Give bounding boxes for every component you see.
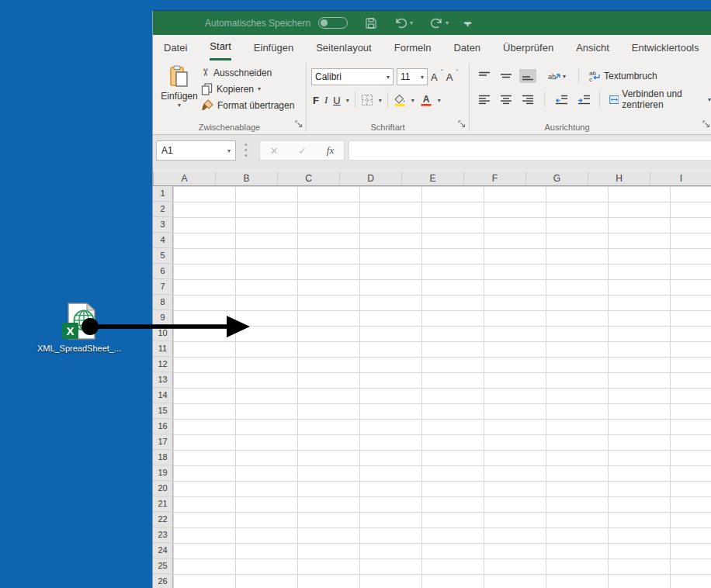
fill-color-dropdown-caret[interactable]: ▾ <box>411 97 414 104</box>
font-dialog-launcher-icon[interactable] <box>458 117 466 131</box>
row-header-25[interactable]: 25 <box>153 559 172 574</box>
column-header-A[interactable]: A <box>154 171 216 185</box>
cut-button[interactable]: ✂ Ausschneiden <box>201 65 294 80</box>
row-header-22[interactable]: 22 <box>153 512 172 527</box>
row-header-21[interactable]: 21 <box>153 496 172 512</box>
clipboard-group-label: Zwischenablage <box>153 123 306 132</box>
redo-dropdown-caret[interactable]: ▾ <box>446 19 449 26</box>
formula-input[interactable] <box>349 140 711 161</box>
orientation-button[interactable]: ab ▾ <box>547 70 566 82</box>
column-header-B[interactable]: B <box>216 171 278 185</box>
decrease-indent-button[interactable] <box>553 92 571 107</box>
row-header-10[interactable]: 10 <box>153 326 172 341</box>
tab-daten[interactable]: Daten <box>453 35 480 61</box>
row-header-6[interactable]: 6 <box>153 264 172 279</box>
row-header-14[interactable]: 14 <box>153 388 172 403</box>
column-header-H[interactable]: H <box>588 171 650 185</box>
row-header-23[interactable]: 23 <box>153 527 172 543</box>
font-size-select[interactable]: 11 ▾ <box>397 68 428 85</box>
copy-button[interactable]: Kopieren ▾ <box>201 81 294 96</box>
font-color-dropdown-caret[interactable]: ▾ <box>438 97 441 104</box>
ribbon: Einfügen ▾ ✂ Ausschneiden Kopieren ▾ <box>153 61 711 135</box>
column-header-F[interactable]: F <box>464 171 526 185</box>
increase-indent-button[interactable] <box>575 92 593 107</box>
format-painter-button[interactable]: Format übertragen <box>201 98 294 112</box>
row-header-12[interactable]: 12 <box>153 357 172 372</box>
italic-button[interactable]: I <box>324 94 328 106</box>
tab-einfgen[interactable]: Einfügen <box>254 35 293 61</box>
align-left-button[interactable] <box>476 92 493 107</box>
row-header-20[interactable]: 20 <box>153 481 172 496</box>
tab-ansicht[interactable]: Ansicht <box>576 35 609 61</box>
column-header-I[interactable]: I <box>650 171 711 185</box>
column-header-E[interactable]: E <box>402 171 464 185</box>
row-header-4[interactable]: 4 <box>153 233 172 248</box>
borders-icon[interactable] <box>361 94 373 106</box>
row-header-26[interactable]: 26 <box>153 574 172 588</box>
autosave-toggle[interactable] <box>318 17 348 29</box>
align-middle-button[interactable] <box>498 69 515 83</box>
increase-font-size-button[interactable]: Aˆ <box>431 71 443 83</box>
select-all-button[interactable] <box>153 171 154 185</box>
desktop-file-xml-spreadsheet[interactable]: X XML_SpreadSheet_... <box>34 303 124 353</box>
wrap-text-button[interactable]: ab c Textumbruch <box>588 70 657 82</box>
row-header-19[interactable]: 19 <box>153 465 172 481</box>
formula-bar-resize-handle[interactable]: ••• <box>245 142 248 158</box>
row-header-17[interactable]: 17 <box>153 434 172 450</box>
font-name-select[interactable]: Calibri ▾ <box>311 68 394 85</box>
confirm-entry-icon[interactable]: ✓ <box>298 145 307 157</box>
row-header-9[interactable]: 9 <box>153 310 172 326</box>
copy-dropdown-caret[interactable]: ▾ <box>258 85 261 92</box>
merge-center-dropdown-caret[interactable]: ▾ <box>708 96 711 103</box>
save-button[interactable] <box>365 17 377 29</box>
underline-dropdown-caret[interactable]: ▾ <box>346 97 349 104</box>
cell-grid[interactable] <box>173 186 711 588</box>
row-header-1[interactable]: 1 <box>153 186 172 202</box>
align-center-button[interactable] <box>498 92 515 107</box>
redo-icon <box>430 17 443 29</box>
orientation-dropdown-caret[interactable]: ▾ <box>563 73 566 80</box>
column-header-C[interactable]: C <box>278 171 340 185</box>
column-header-G[interactable]: G <box>526 171 588 185</box>
tab-datei[interactable]: Datei <box>164 35 187 61</box>
row-header-5[interactable]: 5 <box>153 248 172 264</box>
cancel-entry-icon[interactable]: ✕ <box>270 145 279 157</box>
tab-seitenlayout[interactable]: Seitenlayout <box>316 35 372 61</box>
tab-start[interactable]: Start <box>210 35 231 61</box>
row-header-16[interactable]: 16 <box>153 419 172 434</box>
undo-button[interactable]: ▾ <box>394 17 413 29</box>
row-header-8[interactable]: 8 <box>153 295 172 310</box>
row-header-7[interactable]: 7 <box>153 279 172 295</box>
align-bottom-button[interactable] <box>519 69 536 83</box>
name-box[interactable]: A1 ▾ <box>156 140 236 161</box>
customize-quick-access-toolbar-icon[interactable]: ▬▾ <box>464 20 471 26</box>
clipboard-dialog-launcher-icon[interactable] <box>295 117 303 131</box>
paste-button[interactable]: Einfügen ▾ <box>161 65 198 118</box>
merge-center-button[interactable]: Verbinden und zentrieren ▾ <box>609 88 711 110</box>
bold-button[interactable]: F <box>313 95 319 106</box>
tab-formeln[interactable]: Formeln <box>394 35 432 61</box>
row-header-24[interactable]: 24 <box>153 543 172 559</box>
align-right-button[interactable] <box>519 92 536 107</box>
paste-dropdown-caret[interactable]: ▾ <box>178 102 181 109</box>
tab-berprfen[interactable]: Überprüfen <box>503 35 553 61</box>
row-header-3[interactable]: 3 <box>153 217 172 233</box>
font-size-caret-icon: ▾ <box>421 74 424 81</box>
row-header-15[interactable]: 15 <box>153 403 172 419</box>
align-top-button[interactable] <box>476 69 493 83</box>
alignment-dialog-launcher-icon[interactable] <box>702 117 710 131</box>
tab-entwicklertools[interactable]: Entwicklertools <box>632 35 699 61</box>
column-header-D[interactable]: D <box>340 171 402 185</box>
underline-button[interactable]: U <box>333 95 340 106</box>
row-header-18[interactable]: 18 <box>153 450 172 465</box>
undo-dropdown-caret[interactable]: ▾ <box>410 19 413 26</box>
row-header-11[interactable]: 11 <box>153 341 172 357</box>
font-color-icon[interactable]: A <box>420 94 432 106</box>
row-header-13[interactable]: 13 <box>153 372 172 388</box>
insert-function-icon[interactable]: fx <box>327 144 334 157</box>
row-header-2[interactable]: 2 <box>153 202 172 217</box>
borders-dropdown-caret[interactable]: ▾ <box>379 97 382 104</box>
redo-button[interactable]: ▾ <box>430 17 449 29</box>
fill-color-icon[interactable] <box>394 94 406 106</box>
decrease-font-size-button[interactable]: Aˇ <box>446 71 459 83</box>
